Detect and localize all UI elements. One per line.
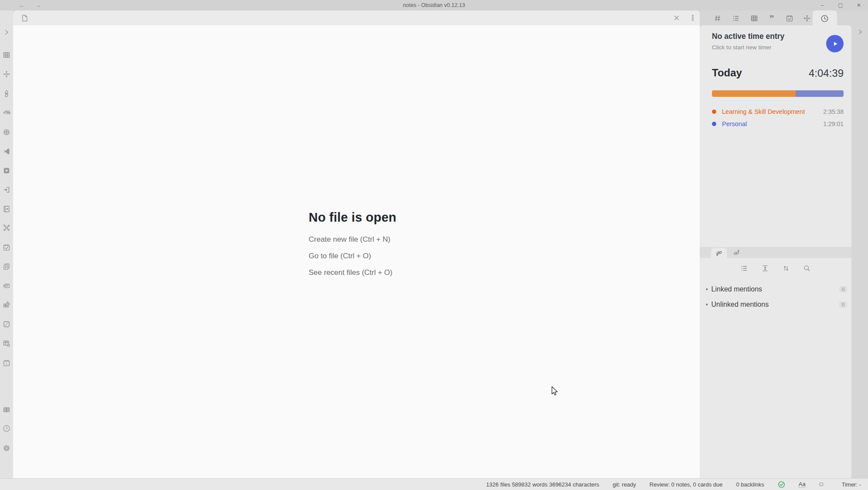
start-timer-button[interactable] [826, 35, 844, 52]
starred-box-icon[interactable] [1, 165, 12, 176]
calendar-check-icon[interactable] [1, 242, 12, 253]
svg-text:1: 1 [6, 362, 7, 365]
close-button[interactable]: ✕ [850, 0, 868, 10]
expand-sidebar-icon[interactable] [1, 27, 12, 38]
table-settings-icon[interactable] [1, 338, 12, 349]
blocks-icon[interactable] [1, 299, 12, 310]
svg-text:?: ? [5, 426, 7, 431]
svg-text:”: ” [769, 14, 774, 22]
unlinked-mentions-section[interactable]: ▾ Unlinked mentions 0 [706, 300, 847, 309]
list-view-icon[interactable] [739, 263, 749, 274]
collapse-triangle-icon: ▾ [706, 287, 708, 291]
titlebar: ← → notes - Obsidian v0.12.13 – ▢ ✕ [0, 0, 868, 10]
collapse-triangle-icon: ▾ [706, 302, 708, 307]
tab-timer-clock-icon[interactable] [819, 13, 830, 24]
table-icon[interactable] [1, 50, 12, 60]
entry-duration: 1:29:01 [823, 120, 844, 127]
collapse-results-icon[interactable] [760, 263, 770, 274]
linked-mentions-label: Linked mentions [711, 285, 839, 293]
link-icon[interactable] [1, 89, 12, 99]
globe-icon[interactable] [1, 127, 12, 137]
create-new-file-link[interactable]: Create new file (Ctrl + N) [309, 235, 396, 244]
right-ribbon [851, 10, 868, 478]
timer-sidebar-panel: No active time entry Click to start new … [700, 25, 851, 478]
editor-content: No file is open Create new file (Ctrl + … [13, 25, 700, 478]
unlinked-mentions-label: Unlinked mentions [711, 301, 839, 308]
journal-icon[interactable] [1, 204, 12, 214]
tab-outline-icon[interactable] [730, 13, 742, 24]
more-options-icon[interactable] [688, 13, 698, 23]
sort-order-icon[interactable] [781, 263, 791, 274]
window-controls: – ▢ ✕ [813, 0, 868, 10]
entry-duration: 2:35:38 [823, 108, 844, 115]
sign-in-icon[interactable] [1, 185, 12, 195]
move-pane-icon[interactable] [1, 69, 12, 79]
no-active-entry-subtitle: Click to start new timer [712, 44, 772, 51]
help-icon[interactable]: ? [1, 423, 12, 434]
settings-gear-icon[interactable] [1, 443, 12, 453]
file-stats: 1326 files 589832 words 3696234 characte… [486, 481, 599, 488]
case-sensitivity-toggle[interactable]: Aa [799, 481, 806, 488]
entry-label: Learning & Skill Development [722, 108, 823, 115]
backlinks-count[interactable]: 0 backlinks [736, 481, 764, 488]
sync-ok-icon[interactable] [778, 481, 785, 488]
unlinked-mentions-count: 0 [839, 302, 847, 308]
backlinks-toolbar [700, 263, 851, 274]
review-status[interactable]: Review: 0 notes, 0 cards due [650, 481, 723, 488]
left-ribbon: <% [0, 10, 13, 478]
empty-state-title: No file is open [309, 210, 396, 225]
mouse-cursor [550, 386, 560, 399]
today-total-time: 4:04:39 [809, 67, 844, 79]
tab-move-pane-icon[interactable] [801, 13, 813, 24]
copy-documents-icon[interactable] [1, 261, 12, 272]
entry-label: Personal [722, 120, 823, 127]
dice-icon[interactable] [1, 319, 12, 329]
graph-view-icon[interactable] [1, 223, 12, 233]
no-active-entry-title: No active time entry [712, 32, 784, 41]
today-heading: Today [712, 67, 742, 79]
tab-quotes-icon[interactable]: ” [766, 13, 777, 24]
obsidian-window: ← → notes - Obsidian v0.12.13 – ▢ ✕ <% [0, 0, 868, 490]
tab-calendar-tasks-icon[interactable] [784, 13, 795, 24]
maximize-button[interactable]: ▢ [831, 0, 850, 10]
status-bar: 1326 files 589832 words 3696234 characte… [0, 478, 868, 490]
time-entry-row[interactable]: Personal 1:29:01 [712, 120, 844, 127]
templater-icon[interactable]: <% [1, 107, 12, 118]
empty-state: No file is open Create new file (Ctrl + … [309, 210, 396, 285]
collapse-right-sidebar-icon[interactable] [855, 27, 865, 37]
new-note-icon[interactable] [19, 13, 30, 23]
today-progress-bar [712, 90, 844, 97]
linked-mentions-count: 0 [839, 286, 847, 292]
card-stack-icon[interactable] [1, 281, 12, 291]
minimize-button[interactable]: – [813, 0, 831, 10]
editor-pane: No file is open Create new file (Ctrl + … [13, 10, 700, 478]
timer-status[interactable]: Timer: - [842, 481, 861, 488]
right-sidebar-tabbar: ” [700, 10, 851, 25]
go-to-file-link[interactable]: Go to file (Ctrl + O) [309, 252, 396, 260]
tab-tags-icon[interactable] [712, 13, 723, 24]
search-icon[interactable] [802, 263, 812, 274]
progress-segment-personal [796, 90, 844, 97]
backlinks-tabbar [700, 247, 851, 258]
tab-backlinks-icon[interactable] [711, 248, 727, 258]
entry-color-dot [712, 122, 716, 126]
small-indicator-icon[interactable] [819, 482, 824, 487]
daily-note-icon[interactable]: 1 [1, 358, 12, 368]
window-title: notes - Obsidian v0.12.13 [0, 2, 868, 8]
editor-pane-header [13, 10, 700, 25]
vault-icon[interactable] [1, 404, 12, 415]
git-status[interactable]: git: ready [613, 481, 636, 488]
vscode-icon[interactable] [1, 146, 12, 157]
time-entry-row[interactable]: Learning & Skill Development 2:35:38 [712, 108, 844, 115]
entry-color-dot [712, 110, 716, 114]
close-pane-icon[interactable] [671, 13, 682, 23]
linked-mentions-section[interactable]: ▾ Linked mentions 0 [706, 285, 847, 294]
see-recent-files-link[interactable]: See recent files (Ctrl + O) [309, 268, 396, 277]
tab-outgoing-links-icon[interactable] [728, 248, 744, 258]
progress-segment-learning [712, 90, 796, 97]
tab-table-icon[interactable] [749, 13, 760, 24]
